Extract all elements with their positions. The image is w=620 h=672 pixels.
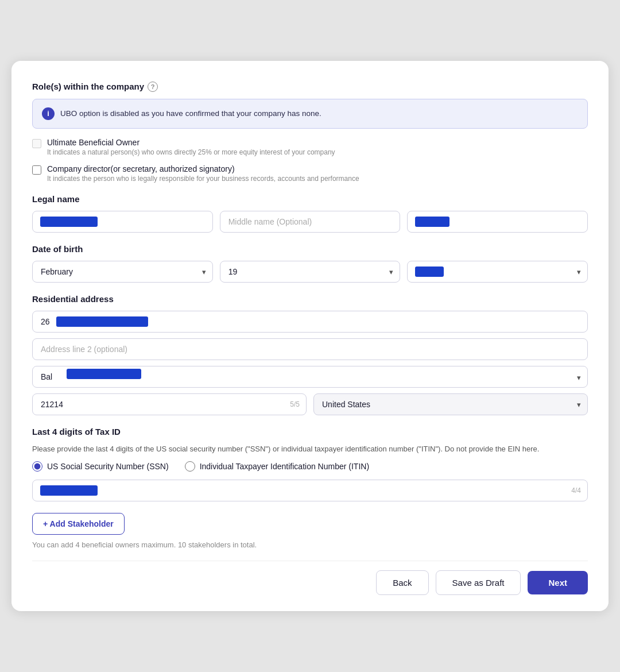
roles-label: Role(s) within the company ?: [32, 82, 588, 92]
dob-section: Date of birth February JanuaryMarchApril…: [32, 244, 588, 283]
legal-name-section: Legal name: [32, 194, 588, 233]
back-button[interactable]: Back: [376, 570, 428, 595]
main-card: Role(s) within the company ? i UBO optio…: [11, 61, 609, 612]
itin-radio[interactable]: [185, 461, 195, 472]
year-select[interactable]: [407, 261, 588, 283]
address-label-text: Residential address: [32, 294, 114, 304]
tax-counter: 4/4: [571, 486, 581, 495]
director-desc: It indicates the person who is legally r…: [47, 175, 359, 183]
legal-name-label: Legal name: [32, 194, 588, 204]
info-banner: i UBO option is disabled as you have con…: [32, 99, 588, 129]
director-checkbox-row: Company director(or secretary, authorize…: [32, 164, 588, 183]
last-name-wrap: [407, 211, 588, 233]
add-stakeholder-button[interactable]: + Add Stakeholder: [32, 513, 125, 535]
tax-id-section: Last 4 digits of Tax ID Please provide t…: [32, 427, 588, 502]
legal-name-label-text: Legal name: [32, 194, 80, 204]
country-select-wrap: United States ▾: [313, 393, 588, 415]
month-select-wrap: February JanuaryMarchApril MayJuneJuly A…: [32, 261, 213, 283]
address-label: Residential address: [32, 294, 588, 304]
address-line1-wrap: [32, 311, 588, 333]
zip-input[interactable]: [32, 393, 307, 415]
day-select[interactable]: 19 1234 5678 9101112 13141516 17182021 2…: [220, 261, 401, 283]
footer: Back Save as Draft Next: [32, 561, 588, 595]
director-checkbox[interactable]: [32, 165, 41, 175]
zip-wrap: 5/5: [32, 393, 307, 415]
save-as-draft-button[interactable]: Save as Draft: [436, 570, 521, 595]
ssn-radio-label[interactable]: US Social Security Number (SSN): [32, 461, 169, 472]
address-section: Residential address Bal ▾ 5/5 United Sta…: [32, 294, 588, 415]
city-select[interactable]: Bal: [32, 366, 588, 388]
ubo-label: Ultimate Beneficial Owner: [47, 138, 335, 147]
address-line2-input[interactable]: [32, 338, 588, 360]
first-name-wrap: [32, 211, 213, 233]
last-name-redact: [415, 217, 450, 227]
ubo-desc: It indicates a natural person(s) who own…: [47, 148, 335, 156]
tax-id-desc: Please provide the last 4 digits of the …: [32, 443, 588, 455]
dob-label-text: Date of birth: [32, 244, 83, 254]
stakeholder-note: You can add 4 beneficial owners maximum.…: [32, 540, 588, 549]
ssn-label-text: US Social Security Number (SSN): [47, 462, 169, 471]
itin-radio-label[interactable]: Individual Taxpayer Identification Numbe…: [185, 461, 369, 472]
info-banner-text: UBO option is disabled as you have confi…: [60, 109, 321, 118]
tax-input[interactable]: [32, 480, 588, 501]
city-select-wrap: Bal ▾: [32, 366, 588, 393]
tax-input-wrap: 4/4: [32, 480, 588, 501]
zip-country-row: 5/5 United States ▾: [32, 393, 588, 415]
tax-id-label: Last 4 digits of Tax ID: [32, 427, 588, 437]
legal-name-row: [32, 211, 588, 233]
next-button[interactable]: Next: [528, 571, 588, 594]
add-stakeholder-section: + Add Stakeholder You can add 4 benefici…: [32, 501, 588, 549]
year-select-wrap: ▾: [407, 261, 588, 283]
info-icon: i: [42, 107, 55, 120]
dob-label: Date of birth: [32, 244, 588, 254]
tax-radio-row: US Social Security Number (SSN) Individu…: [32, 461, 588, 472]
address-line1-input[interactable]: [32, 311, 588, 333]
roles-help-icon[interactable]: ?: [148, 82, 158, 92]
itin-label-text: Individual Taxpayer Identification Numbe…: [200, 462, 369, 471]
month-select[interactable]: February JanuaryMarchApril MayJuneJuly A…: [32, 261, 213, 283]
ubo-checkbox[interactable]: [32, 139, 41, 148]
first-name-redact: [40, 217, 98, 227]
ubo-checkbox-row: Ultimate Beneficial Owner It indicates a…: [32, 138, 588, 156]
roles-label-text: Role(s) within the company: [32, 82, 144, 91]
director-label: Company director(or secretary, authorize…: [47, 164, 359, 173]
country-select[interactable]: United States: [313, 393, 588, 415]
ssn-radio[interactable]: [32, 461, 42, 472]
roles-section: Role(s) within the company ? i UBO optio…: [32, 82, 588, 183]
dob-row: February JanuaryMarchApril MayJuneJuly A…: [32, 261, 588, 283]
tax-id-label-text: Last 4 digits of Tax ID: [32, 427, 121, 437]
zip-counter: 5/5: [290, 400, 300, 408]
middle-name-input[interactable]: [220, 211, 401, 233]
day-select-wrap: 19 1234 5678 9101112 13141516 17182021 2…: [220, 261, 401, 283]
